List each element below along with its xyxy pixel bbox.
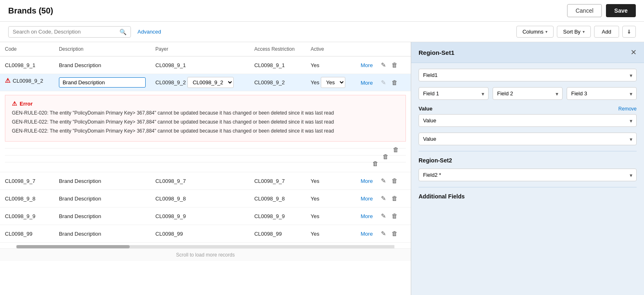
panel-header: Region-Set1 ✕ bbox=[411, 42, 644, 63]
edit-button[interactable]: ✎ bbox=[379, 60, 388, 70]
field1-select[interactable]: Field1 bbox=[419, 69, 637, 81]
cell-code: CL0098_99 bbox=[0, 225, 54, 243]
cell-row-actions: More ✎ 🗑 bbox=[356, 207, 411, 225]
field2-col-select[interactable]: Field 2 bbox=[493, 87, 563, 100]
edit-button[interactable]: ✎ bbox=[379, 194, 388, 203]
delete-button[interactable]: 🗑 bbox=[390, 229, 400, 238]
field2-required-select[interactable]: Field2 * bbox=[419, 169, 637, 181]
delete-button[interactable]: 🗑 bbox=[390, 194, 400, 203]
error-message-2: GEN-RULE-022: The entity "PolicyDomain P… bbox=[12, 118, 399, 126]
more-link[interactable]: More bbox=[361, 62, 373, 68]
columns-dropdown-arrow: ▾ bbox=[545, 29, 547, 34]
value-label: Value bbox=[419, 106, 432, 112]
value2-select[interactable]: Value bbox=[419, 133, 637, 145]
delete-button-error-row2[interactable]: 🗑 bbox=[381, 152, 391, 161]
col-code: Code bbox=[0, 42, 54, 56]
cell-active: Yes bbox=[306, 56, 356, 74]
columns-label: Columns bbox=[522, 29, 543, 35]
edit-button-editing[interactable]: ✎ bbox=[379, 78, 388, 88]
cell-access-restriction: CL0098_9_7 bbox=[249, 172, 306, 190]
scroll-hint: Scroll to load more records bbox=[0, 248, 411, 261]
close-panel-button[interactable]: ✕ bbox=[630, 48, 637, 57]
columns-button[interactable]: Columns ▾ bbox=[516, 26, 554, 38]
panel-title: Region-Set1 bbox=[419, 49, 455, 56]
field1-col-wrapper: Field 1 bbox=[419, 87, 489, 100]
page-header: Brands (50) Cancel Save bbox=[0, 0, 644, 22]
payer-select[interactable]: CL0098_9_2 bbox=[187, 77, 234, 88]
more-link[interactable]: More bbox=[361, 178, 373, 184]
delete-button[interactable]: 🗑 bbox=[390, 60, 400, 70]
search-icon: 🔍 bbox=[119, 29, 126, 35]
cell-payer-editing[interactable]: CL0098_9_2 CL0098_9_2 bbox=[151, 74, 250, 91]
more-link[interactable]: More bbox=[361, 231, 373, 237]
cell-code-editing: ⚠ CL0098_9_2 bbox=[0, 74, 54, 87]
add-button[interactable]: Add bbox=[594, 26, 619, 38]
cell-payer: CL0098_9_9 bbox=[151, 207, 250, 225]
cell-description: Brand Description bbox=[54, 225, 151, 243]
cell-code: CL0098_9_9 bbox=[0, 207, 54, 225]
download-button[interactable]: ⇓ bbox=[622, 26, 636, 38]
more-link[interactable]: More bbox=[361, 196, 373, 202]
value1-select-wrapper: Value bbox=[419, 114, 637, 127]
cell-payer: CL0098_99 bbox=[151, 225, 250, 243]
horizontal-scrollbar[interactable] bbox=[16, 245, 394, 248]
advanced-link[interactable]: Advanced bbox=[137, 29, 161, 35]
additional-fields-section: Additional Fields bbox=[419, 193, 637, 200]
cancel-button[interactable]: Cancel bbox=[567, 4, 602, 17]
edit-button[interactable]: ✎ bbox=[379, 229, 388, 239]
cell-access-editing: CL0098_9_2 bbox=[249, 74, 306, 91]
section-divider bbox=[419, 151, 637, 151]
edit-button[interactable]: ✎ bbox=[379, 211, 388, 221]
cell-payer: CL0098_9_7 bbox=[151, 172, 250, 190]
region-set2-section: Region-Set2 Field2 * bbox=[419, 157, 637, 181]
cell-description-editing[interactable] bbox=[54, 74, 151, 91]
active-select[interactable]: Yes No bbox=[321, 77, 345, 88]
field3-col-wrapper: Field 3 bbox=[567, 87, 637, 100]
delete-button-editing[interactable]: 🗑 bbox=[390, 78, 400, 87]
remove-link[interactable]: Remove bbox=[618, 106, 637, 112]
delete-button[interactable]: 🗑 bbox=[390, 176, 400, 185]
error-message-3: GEN-RULE-022: The entity "PolicyDomain P… bbox=[12, 127, 399, 135]
field1-select-wrapper: Field1 bbox=[419, 69, 637, 81]
value1-select[interactable]: Value bbox=[419, 114, 637, 127]
field1-col-select[interactable]: Field 1 bbox=[419, 87, 489, 100]
cell-access-restriction: CL0098_9_8 bbox=[249, 190, 306, 207]
description-input[interactable] bbox=[59, 77, 146, 88]
cell-active-editing[interactable]: Yes Yes No bbox=[306, 74, 356, 91]
delete-button-error-row3[interactable]: 🗑 bbox=[370, 159, 381, 168]
table-header-row: Code Description Payer Access Restrictio… bbox=[0, 42, 411, 56]
panel-body: Field1 Field 1 Field 2 bbox=[411, 63, 644, 211]
cell-description: Brand Description bbox=[54, 172, 151, 190]
search-input[interactable] bbox=[13, 29, 119, 35]
error-message-1: GEN-RULE-020: The entity "PolicyDomain P… bbox=[12, 109, 399, 117]
delete-button[interactable]: 🗑 bbox=[390, 211, 400, 221]
sortby-button[interactable]: Sort By ▾ bbox=[557, 26, 591, 38]
cell-description: Brand Description bbox=[54, 56, 151, 74]
brands-table: Code Description Payer Access Restrictio… bbox=[0, 42, 411, 243]
cell-active: Yes bbox=[306, 190, 356, 207]
search-box[interactable]: 🔍 bbox=[8, 26, 131, 38]
edit-button[interactable]: ✎ bbox=[379, 176, 388, 186]
additional-fields-title: Additional Fields bbox=[419, 193, 637, 200]
table-row: CL0098_9_8 Brand Description CL0098_9_8 … bbox=[0, 190, 411, 207]
table-area: Code Description Payer Access Restrictio… bbox=[0, 42, 411, 295]
cell-editing-actions: More ✎ 🗑 bbox=[356, 74, 411, 91]
field2-col-wrapper: Field 2 bbox=[493, 87, 563, 100]
value2-group: Value bbox=[419, 133, 637, 145]
region-set2-title: Region-Set2 bbox=[419, 157, 637, 164]
col-actions bbox=[356, 42, 411, 56]
field3-col-select[interactable]: Field 3 bbox=[567, 87, 637, 100]
scrollbar-thumb[interactable] bbox=[16, 245, 130, 248]
save-button[interactable]: Save bbox=[606, 4, 636, 17]
more-link[interactable]: More bbox=[361, 213, 373, 219]
right-panel: Region-Set1 ✕ Field1 Field 1 bbox=[411, 42, 644, 295]
more-link-editing[interactable]: More bbox=[361, 80, 373, 86]
field1-group: Field1 bbox=[419, 69, 637, 81]
error-cell: ⚠ Error GEN-RULE-020: The entity "Policy… bbox=[0, 91, 411, 172]
delete-button-error-row[interactable]: 🗑 bbox=[391, 145, 401, 154]
cell-code: CL0098_9_8 bbox=[0, 190, 54, 207]
field2-required-wrapper: Field2 * bbox=[419, 169, 637, 181]
cell-active: Yes bbox=[306, 172, 356, 190]
cell-payer: CL0098_9_1 bbox=[151, 56, 250, 74]
cell-access-restriction: CL0098_99 bbox=[249, 225, 306, 243]
